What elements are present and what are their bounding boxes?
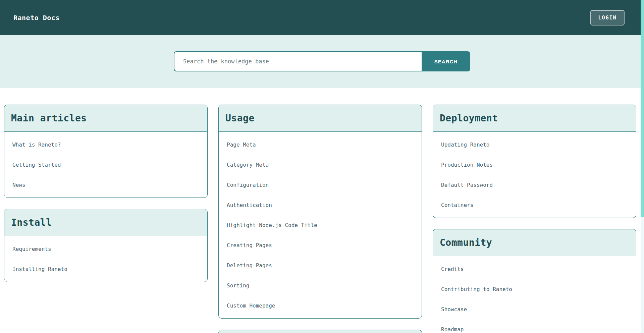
article-link[interactable]: Page Meta (219, 134, 422, 155)
scrollbar-track[interactable] (641, 0, 644, 333)
article-link[interactable]: Authentication (219, 195, 422, 215)
column-2: UsagePage MetaCategory MetaConfiguration… (218, 105, 422, 333)
login-button[interactable]: LOGIN (590, 10, 625, 25)
category-title: Install (11, 217, 52, 228)
search-form: SEARCH (174, 51, 470, 71)
article-link[interactable]: News (4, 175, 207, 195)
search-input[interactable] (174, 51, 422, 71)
search-button[interactable]: SEARCH (422, 51, 470, 71)
article-link[interactable]: Default Password (433, 175, 636, 195)
category-links: CreditsContributing to RanetoShowcaseRoa… (433, 256, 636, 333)
article-link[interactable]: Requirements (4, 239, 207, 259)
article-link[interactable]: Custom Homepage (219, 295, 422, 316)
category-card: InstallRequirementsInstalling Raneto (4, 209, 208, 282)
category-card-header: Usage (219, 105, 422, 132)
search-section: SEARCH (0, 35, 644, 88)
category-links: RequirementsInstalling Raneto (4, 236, 207, 282)
article-link[interactable]: Highlight Node.js Code Title (219, 215, 422, 235)
category-title: Usage (225, 113, 255, 124)
category-card-header: Community (433, 229, 636, 256)
category-links: Page MetaCategory MetaConfigurationAuthe… (219, 132, 422, 318)
category-card-header: Install (4, 209, 207, 236)
site-title: Raneto Docs (13, 14, 60, 22)
column-3: DeploymentUpdating RanetoProduction Note… (433, 105, 636, 333)
article-link[interactable]: Deleting Pages (219, 255, 422, 275)
article-link[interactable]: What is Raneto? (4, 134, 207, 155)
card-grid: Main articlesWhat is Raneto?Getting Star… (0, 88, 644, 333)
article-link[interactable]: Showcase (433, 299, 636, 319)
category-links: Updating RanetoProduction NotesDefault P… (433, 132, 636, 218)
article-link[interactable]: Category Meta (219, 155, 422, 175)
article-link[interactable]: Updating Raneto (433, 134, 636, 155)
article-link[interactable]: Creating Pages (219, 235, 422, 255)
category-card: CommunityCreditsContributing to RanetoSh… (433, 229, 636, 333)
app-header: Raneto Docs LOGIN (0, 0, 644, 35)
article-link[interactable]: Contributing to Raneto (433, 279, 636, 299)
article-link[interactable]: Sorting (219, 275, 422, 295)
article-link[interactable]: Containers (433, 195, 636, 215)
category-links: What is Raneto?Getting StartedNews (4, 132, 207, 198)
article-link[interactable]: Roadmap (433, 319, 636, 333)
category-card-header (219, 330, 422, 333)
category-card: Main articlesWhat is Raneto?Getting Star… (4, 105, 208, 198)
category-card: DeploymentUpdating RanetoProduction Note… (433, 105, 636, 218)
article-link[interactable]: Configuration (219, 175, 422, 195)
category-card-header: Main articles (4, 105, 207, 132)
article-link[interactable]: Credits (433, 259, 636, 279)
category-title: Community (440, 237, 492, 248)
article-link[interactable]: Getting Started (4, 155, 207, 175)
article-link[interactable]: Production Notes (433, 155, 636, 175)
category-card: UsagePage MetaCategory MetaConfiguration… (218, 105, 422, 319)
category-card-header: Deployment (433, 105, 636, 132)
category-title: Main articles (11, 113, 87, 124)
article-link[interactable]: Installing Raneto (4, 259, 207, 279)
category-card (218, 330, 422, 333)
column-1: Main articlesWhat is Raneto?Getting Star… (4, 105, 208, 282)
category-title: Deployment (440, 113, 498, 124)
scrollbar-thumb[interactable] (641, 0, 644, 217)
